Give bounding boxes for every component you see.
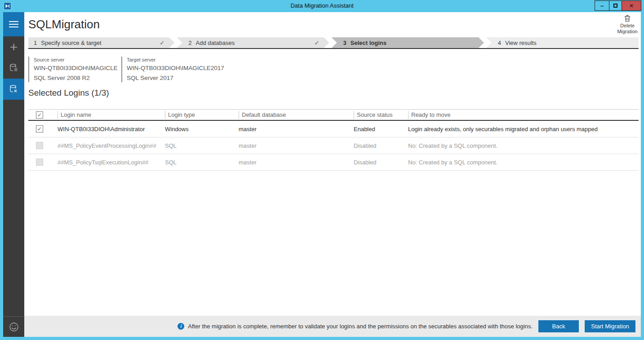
window-controls: – ✕ bbox=[595, 0, 641, 11]
footer-message-text: After the migration is complete, remembe… bbox=[188, 323, 533, 330]
feedback-button[interactable] bbox=[3, 316, 24, 337]
selected-logins-heading: Selected Logins (1/3) bbox=[28, 88, 109, 98]
hamburger-icon bbox=[9, 21, 18, 27]
column-header-default-database: Default database bbox=[239, 111, 354, 119]
column-divider bbox=[165, 111, 165, 119]
table-header-row: ✓ Login name Login type Default database… bbox=[28, 109, 639, 121]
close-button[interactable]: ✕ bbox=[622, 0, 641, 11]
column-divider bbox=[239, 111, 239, 119]
cell-source-status: Disabled bbox=[354, 142, 408, 149]
database-report-icon bbox=[9, 63, 18, 73]
maximize-icon bbox=[613, 4, 617, 8]
row-checkbox-cell bbox=[28, 159, 58, 166]
cell-default-database: master bbox=[239, 159, 354, 166]
cell-login-type: Windows bbox=[165, 126, 239, 132]
cell-default-database: master bbox=[239, 142, 354, 149]
column-header-source-status: Source status bbox=[354, 111, 408, 119]
sidebar: + bbox=[3, 12, 24, 337]
cell-source-status: Disabled bbox=[354, 159, 408, 166]
step-number: 4 bbox=[498, 40, 501, 46]
row-checkbox-cell bbox=[28, 142, 58, 149]
source-server-info: Source server WIN-QTB0I33DIOH\IMAGICLE S… bbox=[28, 57, 118, 82]
column-divider bbox=[354, 111, 354, 119]
maximize-button[interactable] bbox=[609, 0, 622, 11]
source-server-name: WIN-QTB0I33DIOH\IMAGICLE bbox=[34, 65, 118, 71]
delete-migration-label: Delete Migration bbox=[616, 23, 639, 35]
plus-icon: + bbox=[10, 41, 18, 53]
minimize-button[interactable]: – bbox=[595, 0, 609, 11]
target-server-caption: Target server bbox=[127, 57, 224, 62]
check-icon: ✓ bbox=[160, 40, 164, 46]
target-server-info: Target server WIN-QTB0I33DIOH\IMAGICLE20… bbox=[121, 57, 224, 82]
main-content: SQLMigration Delete Migration 1 Specify … bbox=[24, 12, 641, 337]
sidebar-item-assessment[interactable] bbox=[3, 57, 24, 79]
step-label: Select logins bbox=[351, 40, 386, 46]
column-divider bbox=[408, 111, 409, 119]
sidebar-item-migration[interactable] bbox=[3, 79, 24, 100]
cell-ready-to-move: Login already exists, only securables mi… bbox=[408, 126, 639, 132]
table-row[interactable]: ##MS_PolicyEventProcessingLogin## SQL ma… bbox=[28, 137, 639, 154]
cell-ready-to-move: No: Created by a SQL component. bbox=[408, 159, 639, 166]
steps-underline bbox=[28, 48, 639, 49]
cell-default-database: master bbox=[239, 126, 354, 132]
database-migration-icon bbox=[9, 84, 18, 94]
check-icon: ✓ bbox=[315, 40, 320, 46]
column-header-login-name: Login name bbox=[58, 111, 165, 119]
cell-login-type: SQL bbox=[165, 159, 239, 166]
step-number: 2 bbox=[188, 40, 191, 46]
project-title: SQLMigration bbox=[28, 18, 100, 31]
step-select-logins[interactable]: 3 Select logins bbox=[332, 37, 484, 48]
select-all-checkbox[interactable]: ✓ bbox=[36, 111, 43, 119]
step-specify-source-target[interactable]: 1 Specify source & target ✓ bbox=[28, 37, 174, 48]
source-server-version: SQL Server 2008 R2 bbox=[34, 75, 118, 81]
row-checkbox-cell: ✓ bbox=[28, 125, 58, 132]
step-view-results[interactable]: 4 View results bbox=[486, 37, 639, 48]
row-checkbox[interactable] bbox=[36, 159, 43, 166]
column-header-ready-to-move: Ready to move bbox=[408, 111, 639, 119]
info-icon: i bbox=[178, 323, 184, 330]
target-server-version: SQL Server 2017 bbox=[127, 75, 224, 81]
trash-icon bbox=[624, 15, 631, 22]
cell-login-name: ##MS_PolicyTsqlExecutionLogin## bbox=[58, 159, 165, 166]
wizard-steps: 1 Specify source & target ✓ 2 Add databa… bbox=[28, 37, 639, 48]
app-window: Data Migration Assistant – ✕ + bbox=[0, 0, 644, 340]
column-divider bbox=[58, 111, 58, 119]
row-checkbox[interactable]: ✓ bbox=[36, 125, 43, 132]
titlebar: Data Migration Assistant – ✕ bbox=[0, 0, 644, 12]
delete-migration-button[interactable]: Delete Migration bbox=[614, 15, 641, 35]
cell-ready-to-move: No: Created by a SQL component. bbox=[408, 142, 639, 149]
header-checkbox-cell: ✓ bbox=[28, 111, 58, 119]
table-row[interactable]: ✓ WIN-QTB0I33DIOH\Administrator Windows … bbox=[28, 121, 639, 137]
smiley-icon bbox=[9, 322, 19, 332]
step-number: 3 bbox=[343, 40, 346, 46]
source-server-caption: Source server bbox=[34, 57, 118, 62]
footer-bar: i After the migration is complete, remem… bbox=[24, 316, 641, 337]
table-row[interactable]: ##MS_PolicyTsqlExecutionLogin## SQL mast… bbox=[28, 154, 639, 171]
cell-login-name: WIN-QTB0I33DIOH\Administrator bbox=[58, 126, 165, 132]
row-checkbox[interactable] bbox=[36, 142, 43, 149]
sidebar-item-new-project[interactable]: + bbox=[3, 36, 24, 57]
cell-login-type: SQL bbox=[165, 142, 239, 149]
window-title: Data Migration Assistant bbox=[0, 0, 644, 12]
step-label: Specify source & target bbox=[41, 40, 101, 46]
cell-login-name: ##MS_PolicyEventProcessingLogin## bbox=[58, 142, 165, 149]
back-button[interactable]: Back bbox=[538, 320, 579, 332]
footer-message: i After the migration is complete, remem… bbox=[178, 323, 533, 330]
column-header-login-type: Login type bbox=[165, 111, 239, 119]
menu-button[interactable] bbox=[3, 12, 24, 36]
step-add-databases[interactable]: 2 Add databases ✓ bbox=[177, 37, 329, 48]
step-label: View results bbox=[505, 40, 537, 46]
step-number: 1 bbox=[34, 40, 37, 46]
start-migration-button[interactable]: Start Migration bbox=[585, 320, 635, 332]
step-label: Add databases bbox=[195, 40, 235, 46]
target-server-name: WIN-QTB0I33DIOH\IMAGICLE2017 bbox=[127, 65, 224, 71]
cell-source-status: Enabled bbox=[354, 126, 408, 132]
logins-table: ✓ Login name Login type Default database… bbox=[28, 109, 639, 171]
